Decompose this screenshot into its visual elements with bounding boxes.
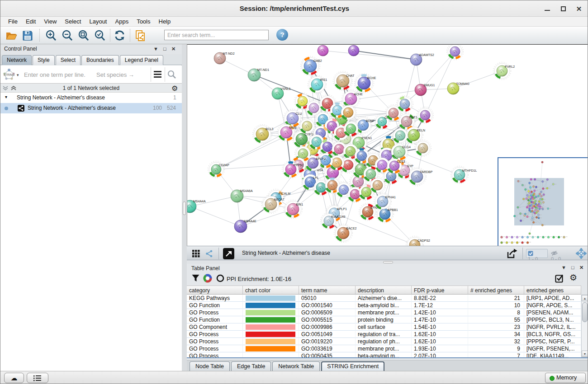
maximize-button[interactable] bbox=[558, 5, 569, 13]
zoom-out-button[interactable] bbox=[61, 29, 74, 42]
menu-item-view[interactable]: View bbox=[40, 17, 61, 27]
panel-menu-icon[interactable]: ▼ bbox=[561, 265, 566, 270]
tree-expander-icon[interactable]: ▾ bbox=[5, 94, 7, 99]
tab-style[interactable]: Style bbox=[33, 55, 55, 65]
birdseye-view[interactable] bbox=[498, 158, 588, 246]
column-header-term-name[interactable]: term name bbox=[299, 286, 356, 295]
tab-boundaries[interactable]: Boundaries bbox=[81, 55, 119, 65]
tab-edge-table[interactable]: Edge Table bbox=[231, 361, 271, 371]
tab-string-enrichment[interactable]: STRING Enrichment bbox=[321, 361, 384, 371]
column-header-description[interactable]: description bbox=[356, 286, 412, 295]
cloud-button[interactable]: ☁ bbox=[4, 373, 24, 383]
network-node-mt-nd2[interactable]: MT-ND2 bbox=[214, 52, 235, 64]
menu-item-layout[interactable]: Layout bbox=[85, 17, 111, 27]
network-node-irs1[interactable]: IRS1 bbox=[308, 75, 327, 94]
network-graph[interactable]: MT-ND2MT-ND1VSNL1GAB2IRS1CHATBCHEACHECLU… bbox=[187, 45, 588, 246]
scroll-down-button[interactable]: ▼ bbox=[582, 351, 588, 357]
refresh-button[interactable] bbox=[114, 29, 126, 42]
tab-legend-panel[interactable]: Legend Panel bbox=[120, 55, 163, 65]
network-node-mthfd1l[interactable]: MTHFD1L bbox=[451, 166, 477, 184]
table-row[interactable]: GO ProcessGO:0019220regulation of ph...1… bbox=[187, 338, 581, 345]
column-header--enriched-genes[interactable]: # enriched genes bbox=[468, 286, 524, 295]
tab-select[interactable]: Select bbox=[56, 55, 81, 65]
network-node-bin1[interactable]: BIN1 bbox=[284, 200, 303, 219]
clone-network-button[interactable] bbox=[134, 29, 147, 42]
scroll-up-button[interactable]: ▲ bbox=[582, 295, 588, 301]
tab-network-table[interactable]: Network Table bbox=[272, 361, 320, 371]
table-row[interactable]: GO FunctionGO:0001540beta-amyloid bi...1… bbox=[187, 302, 581, 309]
network-options-gear-icon[interactable]: ⚙ bbox=[171, 84, 178, 93]
string-query-input[interactable] bbox=[23, 69, 93, 80]
network-canvas[interactable]: MT-ND2MT-ND1VSNL1GAB2IRS1CHATBCHEACHECLU… bbox=[187, 44, 588, 246]
ring-chart-icon[interactable] bbox=[216, 274, 225, 283]
tab-node-table[interactable]: Node Table bbox=[190, 361, 230, 371]
task-history-button[interactable] bbox=[27, 373, 48, 383]
network-node-adamts2[interactable]: ADAMTS2 bbox=[410, 53, 434, 66]
panel-splitter[interactable] bbox=[187, 260, 588, 264]
column-header-fdr-p-value[interactable]: FDR p-value bbox=[412, 286, 468, 295]
table-row[interactable]: GO FunctionGO:0005515protein binding1.47… bbox=[187, 316, 581, 323]
network-node-ms4a4a[interactable]: MS4A4A bbox=[187, 200, 206, 213]
filter-icon[interactable] bbox=[191, 274, 200, 283]
panel-divider[interactable] bbox=[182, 44, 187, 371]
network-node-pvrl2[interactable]: PVRL2 bbox=[493, 62, 515, 80]
share-view-icon[interactable] bbox=[205, 249, 213, 258]
column-header-category[interactable]: category bbox=[187, 286, 243, 295]
search-input[interactable] bbox=[164, 30, 269, 40]
scrollbar-thumb[interactable] bbox=[582, 302, 588, 322]
divider-grip[interactable] bbox=[183, 201, 186, 215]
close-panel-icon[interactable]: ✕ bbox=[579, 265, 583, 271]
table-row[interactable]: GO ProcessGO:0033619membrane prot...1.93… bbox=[187, 345, 581, 352]
pan-compass-icon[interactable] bbox=[576, 248, 587, 259]
network-node[interactable] bbox=[348, 45, 359, 56]
network-node-chat[interactable]: CHAT bbox=[333, 71, 355, 91]
zoom-in-button[interactable] bbox=[45, 29, 57, 42]
open-session-button[interactable] bbox=[5, 29, 18, 42]
menu-item-select[interactable]: Select bbox=[61, 17, 85, 27]
network-node-bche[interactable]: BCHE bbox=[355, 74, 376, 93]
birdseye-toggle-button[interactable] bbox=[223, 248, 234, 259]
table-row[interactable]: KEGG Pathways05010Alzheimer's dise...8.8… bbox=[187, 295, 581, 302]
close-button[interactable]: ✕ bbox=[573, 5, 585, 13]
help-button[interactable]: ? bbox=[276, 29, 288, 41]
table-row[interactable]: GO ProcessGO:0051049regulation of tra...… bbox=[187, 331, 581, 338]
menu-item-apps[interactable]: Apps bbox=[111, 17, 133, 27]
network-collection-row[interactable]: ▾ String Network - Alzheimer's disease 1 bbox=[0, 93, 182, 103]
network-node-vsnl1[interactable]: VSNL1 bbox=[272, 87, 291, 99]
splitter-grip[interactable] bbox=[383, 261, 393, 263]
network-node-tomm40[interactable]: TOMM40 bbox=[447, 82, 469, 94]
network-node-bace2[interactable]: BACE2 bbox=[334, 224, 357, 243]
close-panel-icon[interactable]: ✕ bbox=[171, 46, 175, 52]
column-header-enriched-genes[interactable]: enriched genes bbox=[524, 286, 581, 295]
string-options-button[interactable] bbox=[153, 70, 163, 79]
table-settings-gear-icon[interactable]: ⚙ bbox=[569, 272, 577, 283]
network-node-cadps2[interactable]: CADPS2 bbox=[406, 236, 431, 247]
grid-view-icon[interactable] bbox=[192, 250, 200, 258]
float-panel-icon[interactable]: □ bbox=[571, 265, 574, 270]
save-session-button[interactable] bbox=[21, 29, 34, 42]
zoom-selected-button[interactable] bbox=[94, 29, 106, 42]
menu-item-file[interactable]: File bbox=[4, 17, 22, 27]
network-node-gab2[interactable]: GAB2 bbox=[301, 56, 322, 76]
export-network-icon[interactable] bbox=[506, 248, 518, 259]
menu-item-tools[interactable]: Tools bbox=[133, 17, 154, 27]
string-search-button[interactable] bbox=[167, 70, 177, 80]
table-row[interactable]: GO ProcessGO:0050435beta-amyloid m...2.0… bbox=[187, 352, 581, 357]
enrichment-chart-icon[interactable] bbox=[203, 274, 212, 283]
zoom-fit-button[interactable] bbox=[77, 29, 90, 42]
select-columns-icon[interactable] bbox=[555, 274, 564, 283]
tab-network[interactable]: Network bbox=[2, 55, 32, 65]
column-header-chart-color[interactable]: chart color bbox=[243, 286, 299, 295]
menu-item-edit[interactable]: Edit bbox=[22, 17, 40, 27]
network-row-selected[interactable]: String Network - Alzheimer's disease 100… bbox=[0, 103, 182, 113]
table-row[interactable]: GO ProcessGO:0006509membrane prot...1.42… bbox=[187, 309, 581, 316]
network-node-ms4a6a[interactable]: MS4A6A bbox=[231, 189, 253, 202]
network-node[interactable] bbox=[318, 45, 328, 56]
network-node-ms4a4e[interactable]: MS4A4E bbox=[234, 220, 256, 233]
network-node-cd2ap[interactable]: CD2AP bbox=[208, 161, 230, 178]
string-dropdown-caret[interactable]: ▾ bbox=[17, 73, 19, 77]
memory-button[interactable]: Memory bbox=[545, 373, 586, 383]
network-node-smug1[interactable]: SMUG1 bbox=[415, 84, 435, 96]
menu-item-help[interactable]: Help bbox=[155, 17, 175, 27]
network-node[interactable] bbox=[447, 45, 464, 60]
